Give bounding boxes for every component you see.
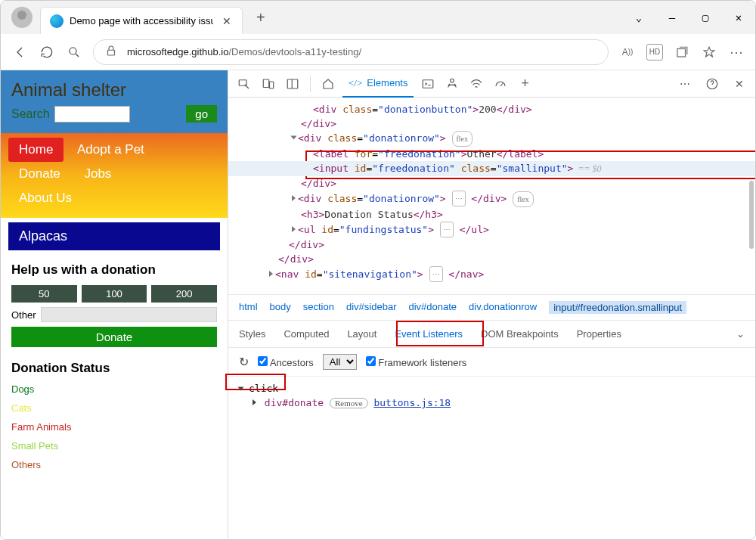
maximize-button[interactable]: ▢ (689, 1, 722, 34)
chevron-down-icon[interactable]: ⌄ (622, 1, 655, 34)
add-tab-icon[interactable]: + (515, 74, 534, 94)
svg-rect-5 (270, 82, 274, 88)
chevron-down-icon[interactable]: ⌄ (736, 328, 745, 340)
inspect-icon[interactable] (234, 74, 254, 94)
donate-amount-200[interactable]: 200 (151, 285, 217, 303)
minimize-button[interactable]: — (655, 1, 689, 34)
close-devtools-button[interactable]: ✕ (730, 74, 749, 94)
scrollbar-thumb[interactable] (749, 181, 754, 249)
tab-properties[interactable]: Properties (577, 328, 621, 340)
other-label: Other (11, 309, 36, 321)
nav-about[interactable]: About Us (11, 186, 82, 210)
status-cats[interactable]: Cats (11, 402, 217, 414)
event-click-row[interactable]: click (239, 383, 745, 394)
crumb-html[interactable]: html (239, 301, 258, 314)
alpacas-button[interactable]: Alpacas (8, 222, 220, 250)
donate-amount-100[interactable]: 100 (82, 285, 147, 303)
listener-scope-select[interactable]: All (323, 354, 357, 370)
site-title: Animal shelter (11, 79, 217, 101)
svg-rect-2 (677, 48, 686, 57)
network-tab-icon[interactable] (466, 74, 486, 94)
dom-tree[interactable]: ⋯ <div class="donationbutton">200</div> … (228, 98, 755, 294)
devtools-more-icon[interactable]: ⋯ (675, 74, 695, 94)
collections-icon[interactable] (674, 44, 690, 61)
browser-toolbar: microsoftedge.github.io/Demos/devtools-a… (1, 34, 755, 70)
url-text: microsoftedge.github.io/Demos/devtools-a… (127, 46, 361, 57)
status-others[interactable]: Others (11, 459, 217, 470)
search-go-button[interactable]: go (186, 105, 217, 123)
close-window-button[interactable]: ✕ (722, 1, 755, 34)
svg-point-0 (70, 48, 76, 54)
remove-listener-button[interactable]: Remove (330, 398, 368, 408)
search-input[interactable] (54, 106, 130, 123)
help-icon[interactable] (702, 74, 722, 94)
more-menu-button[interactable]: ⋯ (728, 44, 745, 61)
hd-icon[interactable]: HD (646, 44, 663, 61)
status-farm[interactable]: Farm Animals (11, 421, 217, 433)
nav-adopt[interactable]: Adopt a Pet (67, 138, 155, 162)
donate-amount-50[interactable]: 50 (11, 285, 77, 303)
crumb-row[interactable]: div.donationrow (469, 301, 537, 314)
device-icon[interactable] (259, 74, 278, 94)
nav-jobs[interactable]: Jobs (73, 162, 122, 186)
other-amount-input[interactable] (41, 307, 217, 322)
tab-title: Demo page with accessibility issu (70, 15, 213, 26)
donate-heading: Help us with a donation (1, 262, 228, 285)
listeners-toolbar: ↻ Ancestors All Framework listeners (228, 348, 755, 377)
listener-detail-row[interactable]: div#donate Remove buttons.js:18 (253, 397, 745, 408)
devtools-panel: </> Elements + ⋯ ✕ ⋯ <div class="donatio… (228, 70, 755, 540)
favorite-icon[interactable] (701, 44, 717, 61)
selected-dom-node: <input id="freedonation" class="smallinp… (228, 161, 755, 176)
svg-rect-4 (263, 79, 269, 88)
tab-dom-breakpoints[interactable]: DOM Breakpoints (481, 328, 559, 340)
status-small[interactable]: Small Pets (11, 440, 217, 452)
svg-rect-7 (423, 79, 434, 88)
nav-home[interactable]: Home (8, 138, 64, 162)
back-button[interactable] (11, 44, 28, 61)
tab-computed[interactable]: Computed (284, 328, 329, 340)
profile-avatar[interactable] (11, 7, 33, 28)
flex-badge[interactable]: flex (452, 131, 473, 147)
listener-source-link[interactable]: buttons.js:18 (373, 397, 451, 408)
nav-donate[interactable]: Donate (11, 162, 71, 186)
reload-button[interactable] (39, 44, 55, 61)
refresh-listeners-icon[interactable]: ↻ (239, 355, 249, 369)
performance-tab-icon[interactable] (491, 74, 510, 94)
event-listeners-list: click div#donate Remove buttons.js:18 (228, 377, 755, 414)
status-heading: Donation Status (1, 347, 228, 383)
tab-styles[interactable]: Styles (239, 328, 265, 340)
console-tab-icon[interactable] (418, 74, 438, 94)
dom-breadcrumb: html body section div#sidebar div#donate… (228, 294, 755, 320)
crumb-section[interactable]: section (303, 301, 334, 314)
devtools-tabbar: </> Elements + ⋯ ✕ (228, 70, 755, 98)
donate-button[interactable]: Donate (11, 327, 217, 347)
read-aloud-icon[interactable]: A)) (619, 44, 636, 61)
browser-tab[interactable]: Demo page with accessibility issu ✕ (40, 7, 243, 34)
sources-tab-icon[interactable] (442, 74, 462, 94)
welcome-tab[interactable] (318, 74, 338, 94)
crumb-input[interactable]: input#freedonation.smallinput (549, 301, 686, 314)
lock-icon (104, 44, 118, 60)
edge-favicon (50, 14, 64, 28)
tab-event-listeners[interactable]: Event Listeners (395, 328, 463, 340)
tab-layout[interactable]: Layout (347, 328, 376, 340)
status-dogs[interactable]: Dogs (11, 383, 217, 395)
crumb-donate[interactable]: div#donate (408, 301, 457, 314)
crumb-body[interactable]: body (270, 301, 291, 314)
window-controls: ⌄ — ▢ ✕ (622, 1, 755, 34)
styles-pane-tabs: Styles Computed Layout Event Listeners D… (228, 320, 755, 348)
elements-tab[interactable]: </> Elements (342, 70, 414, 98)
address-bar[interactable]: microsoftedge.github.io/Demos/devtools-a… (93, 39, 609, 65)
dock-icon[interactable] (283, 74, 302, 94)
search-icon[interactable] (66, 44, 82, 61)
elements-icon: </> (349, 77, 362, 89)
svg-rect-6 (287, 79, 298, 88)
ancestors-checkbox[interactable]: Ancestors (258, 356, 314, 368)
new-tab-button[interactable]: + (250, 6, 271, 29)
svg-rect-1 (108, 50, 115, 55)
framework-checkbox[interactable]: Framework listeners (366, 356, 467, 368)
webpage-viewport: Animal shelter Search go Home Adopt a Pe… (1, 70, 228, 540)
main-nav: Home Adopt a Pet Donate Jobs About Us (1, 133, 228, 218)
crumb-sidebar[interactable]: div#sidebar (346, 301, 397, 314)
close-tab-button[interactable]: ✕ (219, 14, 234, 29)
